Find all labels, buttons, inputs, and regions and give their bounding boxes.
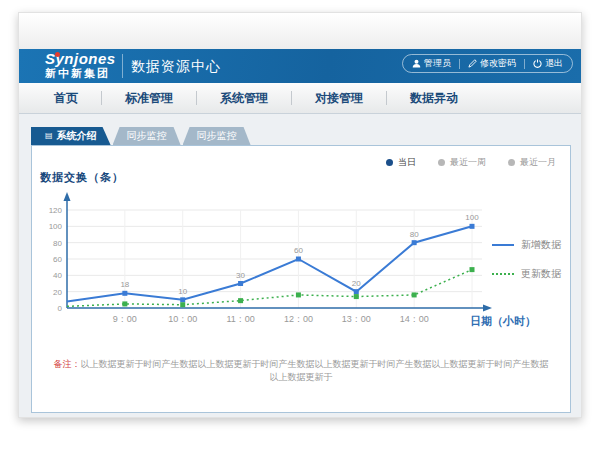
logout-button[interactable]: 退出 bbox=[533, 57, 563, 70]
svg-text:10: 10 bbox=[178, 287, 187, 296]
current-user-button[interactable]: 管理员 bbox=[412, 57, 451, 70]
radio-dot-icon bbox=[386, 159, 393, 166]
filter-label: 当日 bbox=[398, 156, 416, 169]
page-title: 数据资源中心 bbox=[131, 58, 221, 76]
footnote: 备注：以上数据更新于时间产生数据以上数据更新于时间产生数据以上数据更新于时间产生… bbox=[52, 358, 550, 383]
legend-label: 新增数据 bbox=[521, 238, 561, 252]
tab-sync-monitor-1[interactable]: 同步监控 bbox=[113, 127, 181, 145]
y-axis-title: 数据交换（条） bbox=[40, 170, 124, 185]
radio-dot-icon bbox=[438, 159, 445, 166]
tab-bar: ▤ 系统介绍 同步监控 同步监控 bbox=[31, 127, 253, 145]
dotted-line-swatch-icon bbox=[492, 273, 514, 275]
svg-text:20: 20 bbox=[53, 288, 62, 297]
tab-system-intro[interactable]: ▤ 系统介绍 bbox=[31, 127, 111, 145]
change-password-label: 修改密码 bbox=[480, 57, 516, 70]
svg-text:0: 0 bbox=[58, 304, 63, 313]
svg-text:10：00: 10：00 bbox=[168, 314, 197, 324]
document-icon: ▤ bbox=[45, 132, 53, 140]
svg-text:60: 60 bbox=[294, 246, 303, 255]
logo-text-cn: 新中新集团 bbox=[45, 68, 116, 79]
filter-label: 最近一月 bbox=[520, 156, 556, 169]
brand-logo: Synjones 新中新集团 bbox=[45, 51, 116, 79]
main-nav: 首页 标准管理 系统管理 对接管理 数据异动 bbox=[19, 83, 581, 114]
power-icon bbox=[533, 59, 542, 68]
tab-label: 同步监控 bbox=[127, 129, 167, 143]
svg-text:120: 120 bbox=[49, 206, 63, 215]
header-divider bbox=[122, 54, 123, 78]
svg-text:14：00: 14：00 bbox=[400, 314, 429, 324]
filter-last-month[interactable]: 最近一月 bbox=[508, 156, 556, 169]
app-window: Synjones 新中新集团 数据资源中心 管理员 修改密码 退出 首页 标准管… bbox=[18, 12, 582, 418]
edit-icon bbox=[468, 59, 477, 68]
svg-text:18: 18 bbox=[120, 280, 129, 289]
userbar-divider bbox=[524, 59, 525, 69]
svg-text:20: 20 bbox=[352, 279, 361, 288]
svg-text:9：00: 9：00 bbox=[113, 314, 137, 324]
chart-legend: 新增数据 更新数据 bbox=[492, 238, 561, 296]
current-user-label: 管理员 bbox=[424, 57, 451, 70]
svg-text:100: 100 bbox=[465, 213, 479, 222]
userbar-divider bbox=[459, 59, 460, 69]
logo-accent-dot bbox=[55, 52, 60, 57]
nav-item-data-change[interactable]: 数据异动 bbox=[387, 90, 481, 107]
user-icon bbox=[412, 59, 421, 68]
svg-text:12：00: 12：00 bbox=[284, 314, 313, 324]
footnote-prefix: 备注： bbox=[54, 359, 81, 369]
chart-panel: 当日 最近一周 最近一月 数据交换（条） 0204060801001209：00… bbox=[31, 145, 571, 413]
nav-item-home[interactable]: 首页 bbox=[31, 90, 101, 107]
legend-item-updated-data[interactable]: 更新数据 bbox=[492, 267, 561, 281]
logout-label: 退出 bbox=[545, 57, 563, 70]
filter-label: 最近一周 bbox=[450, 156, 486, 169]
app-header: Synjones 新中新集团 数据资源中心 管理员 修改密码 退出 bbox=[19, 49, 581, 83]
svg-text:60: 60 bbox=[53, 255, 62, 264]
svg-text:100: 100 bbox=[49, 222, 63, 231]
time-range-filter: 当日 最近一周 最近一月 bbox=[386, 156, 556, 169]
legend-label: 更新数据 bbox=[521, 267, 561, 281]
footnote-text: 以上数据更新于时间产生数据以上数据更新于时间产生数据以上数据更新于时间产生数据以… bbox=[81, 359, 549, 382]
filter-today[interactable]: 当日 bbox=[386, 156, 416, 169]
content-area: ▤ 系统介绍 同步监控 同步监控 当日 最近一周 bbox=[19, 114, 581, 417]
svg-text:30: 30 bbox=[236, 271, 245, 280]
radio-dot-icon bbox=[508, 159, 515, 166]
svg-text:11：00: 11：00 bbox=[226, 314, 254, 324]
tab-label: 系统介绍 bbox=[57, 129, 97, 143]
svg-text:80: 80 bbox=[410, 230, 419, 239]
nav-item-standard-mgmt[interactable]: 标准管理 bbox=[102, 90, 196, 107]
user-toolbar: 管理员 修改密码 退出 bbox=[402, 54, 573, 73]
change-password-button[interactable]: 修改密码 bbox=[468, 57, 516, 70]
x-axis-title: 日期（小时） bbox=[470, 314, 536, 329]
filter-last-week[interactable]: 最近一周 bbox=[438, 156, 486, 169]
window-top-strip bbox=[19, 13, 581, 49]
nav-item-system-mgmt[interactable]: 系统管理 bbox=[197, 90, 291, 107]
svg-text:80: 80 bbox=[53, 239, 62, 248]
tab-label: 同步监控 bbox=[197, 129, 237, 143]
legend-item-new-data[interactable]: 新增数据 bbox=[492, 238, 561, 252]
tab-sync-monitor-2[interactable]: 同步监控 bbox=[183, 127, 251, 145]
svg-text:13：00: 13：00 bbox=[342, 314, 371, 324]
nav-item-interface-mgmt[interactable]: 对接管理 bbox=[292, 90, 386, 107]
solid-line-swatch-icon bbox=[492, 244, 514, 246]
svg-text:40: 40 bbox=[53, 271, 62, 280]
